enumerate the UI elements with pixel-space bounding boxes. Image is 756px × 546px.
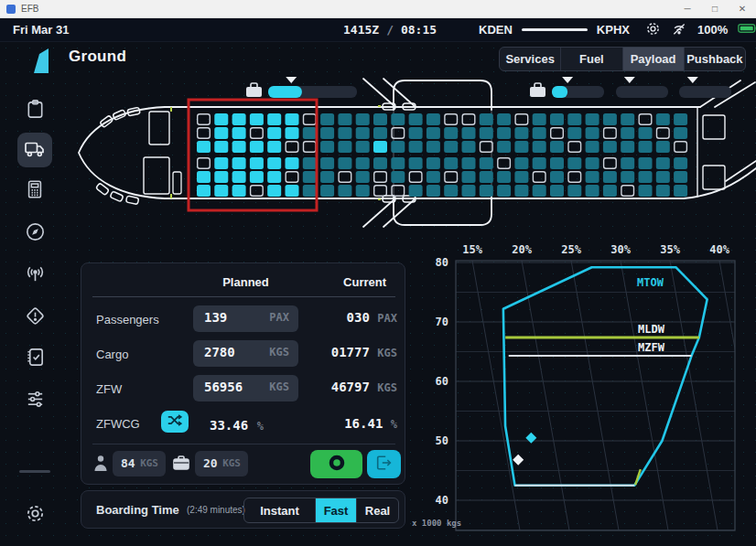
seat[interactable]: [462, 157, 476, 169]
boarding-real-button[interactable]: Real: [357, 498, 398, 522]
seat[interactable]: [462, 127, 476, 139]
seat[interactable]: [356, 171, 370, 183]
seat[interactable]: [567, 127, 581, 139]
seat[interactable]: [533, 113, 546, 125]
seat[interactable]: [675, 142, 687, 153]
seat[interactable]: [550, 113, 564, 125]
seat[interactable]: [197, 171, 211, 183]
seat[interactable]: [656, 113, 670, 125]
seat[interactable]: [356, 157, 370, 169]
seat[interactable]: [533, 141, 546, 153]
seat[interactable]: [232, 141, 246, 153]
seat[interactable]: [603, 171, 617, 183]
seat[interactable]: [267, 113, 281, 125]
seat[interactable]: [214, 171, 228, 183]
seat[interactable]: [214, 157, 228, 169]
seat[interactable]: [481, 142, 493, 153]
seat[interactable]: [391, 113, 405, 125]
seat[interactable]: [497, 171, 511, 183]
seat[interactable]: [374, 186, 387, 197]
seat[interactable]: [267, 185, 281, 197]
seat[interactable]: [391, 141, 405, 153]
seat[interactable]: [338, 113, 351, 125]
boarding-fast-button[interactable]: Fast: [316, 498, 357, 522]
seat[interactable]: [320, 127, 334, 139]
seat[interactable]: [568, 172, 581, 183]
seat[interactable]: [639, 141, 653, 153]
seat[interactable]: [480, 171, 493, 183]
seat[interactable]: [267, 141, 281, 153]
seat[interactable]: [656, 185, 670, 197]
seat[interactable]: [515, 114, 528, 125]
seat[interactable]: [286, 113, 299, 125]
seat[interactable]: [674, 157, 687, 169]
seat[interactable]: [320, 113, 334, 125]
seat[interactable]: [656, 141, 670, 153]
seat[interactable]: [514, 127, 528, 139]
seat[interactable]: [197, 141, 211, 153]
seat[interactable]: [232, 185, 246, 197]
seat[interactable]: [674, 127, 687, 139]
seat[interactable]: [497, 141, 511, 153]
seat[interactable]: [373, 141, 387, 153]
seat[interactable]: [320, 185, 334, 197]
sidebar-item-flightplan[interactable]: [17, 93, 52, 128]
cargo-planned-input[interactable]: 2780 KGS: [193, 340, 298, 367]
seat[interactable]: [586, 157, 599, 169]
seat[interactable]: [286, 185, 299, 197]
seat[interactable]: [303, 157, 317, 169]
seat[interactable]: [198, 114, 211, 125]
sidebar-item-checklist[interactable]: [17, 341, 52, 376]
tab-fuel[interactable]: Fuel: [561, 48, 622, 70]
seat[interactable]: [498, 158, 511, 169]
seat[interactable]: [198, 158, 211, 169]
seat[interactable]: [603, 141, 617, 153]
seat[interactable]: [197, 185, 211, 197]
passengers-planned-input[interactable]: 139 PAX: [193, 305, 298, 332]
sidebar-item-alerts[interactable]: [17, 300, 52, 335]
seat[interactable]: [232, 171, 246, 183]
seat[interactable]: [497, 113, 511, 125]
seat[interactable]: [320, 157, 334, 169]
seat[interactable]: [232, 113, 246, 125]
seat[interactable]: [214, 113, 228, 125]
cargo-bar-1[interactable]: [268, 77, 357, 98]
seat[interactable]: [339, 172, 351, 183]
seat[interactable]: [250, 113, 264, 125]
seat[interactable]: [533, 172, 545, 183]
seat[interactable]: [480, 127, 493, 139]
seat[interactable]: [462, 141, 476, 153]
seat[interactable]: [462, 114, 475, 125]
tab-payload[interactable]: Payload: [623, 48, 685, 70]
seat[interactable]: [462, 185, 476, 197]
seat[interactable]: [514, 185, 528, 197]
seat[interactable]: [674, 185, 687, 197]
seat[interactable]: [356, 141, 370, 153]
seat[interactable]: [514, 157, 528, 169]
seat[interactable]: [586, 113, 599, 125]
seat[interactable]: [356, 127, 370, 139]
seat[interactable]: [373, 127, 387, 139]
seat[interactable]: [621, 127, 634, 139]
seat[interactable]: [427, 141, 440, 153]
seat[interactable]: [550, 185, 564, 197]
seat[interactable]: [232, 157, 246, 169]
close-button[interactable]: ✕: [729, 4, 756, 14]
seat[interactable]: [621, 157, 634, 169]
seat[interactable]: [551, 128, 564, 139]
seat[interactable]: [374, 172, 387, 183]
sidebar-item-calculator[interactable]: [17, 174, 52, 209]
seat[interactable]: [286, 157, 299, 169]
tab-pushback[interactable]: Pushback: [685, 48, 745, 70]
seat[interactable]: [567, 113, 581, 125]
seat[interactable]: [639, 185, 653, 197]
seat[interactable]: [320, 141, 334, 153]
seat[interactable]: [267, 157, 281, 169]
seat[interactable]: [621, 113, 634, 125]
cargo-bar-3[interactable]: [616, 77, 668, 98]
seat[interactable]: [409, 157, 423, 169]
seat[interactable]: [232, 127, 246, 139]
seat[interactable]: [267, 171, 281, 183]
tab-services[interactable]: Services: [500, 48, 561, 70]
seat[interactable]: [656, 157, 670, 169]
